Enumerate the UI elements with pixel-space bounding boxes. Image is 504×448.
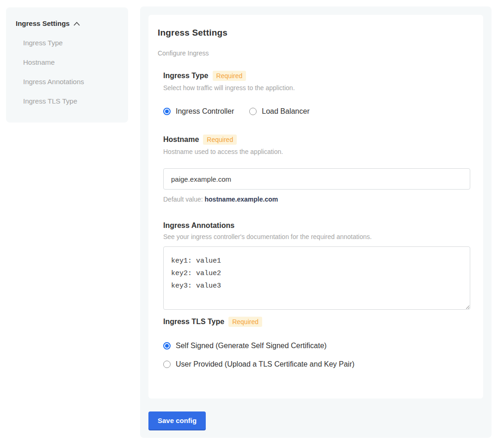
section-ingress-tls-type: Ingress TLS Type Required Self Signed (G… [163, 317, 469, 368]
tls-type-heading: Ingress TLS Type [163, 318, 224, 326]
default-value-text: hostname.example.com [205, 196, 278, 203]
radio-selected-icon [163, 108, 171, 115]
radio-user-provided[interactable]: User Provided (Upload a TLS Certificate … [163, 360, 469, 368]
config-card: Ingress Settings Configure Ingress Ingre… [148, 15, 483, 399]
radio-label: User Provided (Upload a TLS Certificate … [176, 360, 355, 368]
required-badge: Required [203, 135, 237, 145]
sidebar-group-label: Ingress Settings [16, 19, 70, 27]
radio-load-balancer[interactable]: Load Balancer [249, 107, 309, 116]
sidebar-item-ingress-tls-type[interactable]: Ingress TLS Type [16, 97, 119, 105]
radio-self-signed[interactable]: Self Signed (Generate Self Signed Certif… [163, 342, 469, 350]
radio-label: Ingress Controller [176, 107, 234, 116]
sidebar-item-ingress-type[interactable]: Ingress Type [16, 39, 119, 47]
required-badge: Required [228, 317, 262, 327]
required-badge: Required [213, 71, 246, 81]
ingress-type-options: Ingress Controller Load Balancer [163, 107, 469, 116]
radio-label: Load Balancer [262, 107, 309, 116]
annotations-heading: Ingress Annotations [163, 221, 234, 230]
page-title: Ingress Settings [158, 28, 469, 38]
annotations-help: See your ingress controller's documentat… [163, 233, 469, 240]
chevron-up-icon [74, 22, 80, 26]
page-subtitle: Configure Ingress [158, 49, 469, 57]
annotations-textarea[interactable]: key1: value1 key2: value2 key3: value3 [163, 246, 470, 310]
config-page: Ingress Settings Ingress Type Hostname I… [0, 0, 504, 448]
hostname-input[interactable] [163, 168, 470, 190]
hostname-default-line: Default value: hostname.example.com [163, 196, 469, 203]
radio-unselected-icon [249, 108, 257, 115]
radio-label: Self Signed (Generate Self Signed Certif… [176, 342, 326, 350]
tls-type-options: Self Signed (Generate Self Signed Certif… [163, 342, 469, 368]
hostname-help: Hostname used to access the application. [163, 148, 469, 155]
radio-selected-icon [163, 342, 171, 350]
section-ingress-type: Ingress Type Required Select how traffic… [163, 71, 469, 116]
config-sidebar: Ingress Settings Ingress Type Hostname I… [6, 7, 128, 123]
radio-unselected-icon [163, 361, 171, 368]
hostname-heading: Hostname [163, 135, 199, 144]
default-value-prefix: Default value: [163, 196, 205, 203]
sidebar-item-hostname[interactable]: Hostname [16, 58, 119, 66]
sidebar-item-ingress-annotations[interactable]: Ingress Annotations [16, 78, 119, 86]
section-hostname: Hostname Required Hostname used to acces… [163, 135, 469, 203]
config-panel: Ingress Settings Configure Ingress Ingre… [140, 6, 492, 438]
save-config-button[interactable]: Save config [148, 411, 206, 430]
ingress-type-help: Select how traffic will ingress to the a… [163, 84, 469, 92]
section-ingress-annotations: Ingress Annotations See your ingress con… [163, 221, 469, 310]
sidebar-group-ingress-settings[interactable]: Ingress Settings [16, 19, 119, 27]
ingress-type-heading: Ingress Type [163, 72, 209, 80]
radio-ingress-controller[interactable]: Ingress Controller [163, 107, 234, 116]
sidebar-item-list: Ingress Type Hostname Ingress Annotation… [16, 39, 119, 105]
